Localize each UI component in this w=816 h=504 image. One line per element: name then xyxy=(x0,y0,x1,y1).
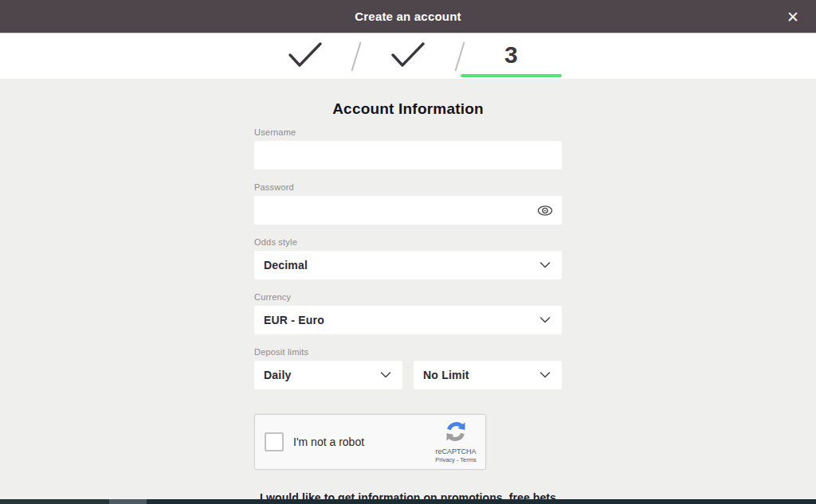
scrollbar-track-segment xyxy=(0,499,109,504)
recaptcha-logo-icon xyxy=(445,420,467,446)
recaptcha-label: I'm not a robot xyxy=(293,436,431,448)
password-visibility-eye-icon[interactable] xyxy=(536,201,554,219)
password-label: Password xyxy=(254,182,562,192)
stepper: 3 xyxy=(254,33,562,79)
deposit-period-select[interactable]: Daily xyxy=(254,361,402,389)
chevron-down-icon xyxy=(539,372,551,379)
deposit-limits-label: Deposit limits xyxy=(254,347,562,357)
form-heading: Account Information xyxy=(254,100,562,118)
odds-style-field-group: Odds style Decimal xyxy=(254,237,562,279)
recaptcha-privacy-terms-links[interactable]: Privacy - Terms xyxy=(435,456,477,463)
deposit-limits-field-group: Deposit limits Daily No Limit xyxy=(254,347,562,389)
currency-label: Currency xyxy=(254,292,562,302)
username-field-group: Username xyxy=(254,127,562,170)
chevron-down-icon xyxy=(380,372,391,379)
recaptcha-widget: I'm not a robot reCAPTCHA Privacy - Term… xyxy=(254,414,486,470)
password-input[interactable] xyxy=(254,196,562,225)
modal-title: Create an account xyxy=(355,10,461,23)
username-input[interactable] xyxy=(254,141,562,170)
odds-style-value: Decimal xyxy=(264,259,308,272)
step-2-completed[interactable] xyxy=(357,33,458,79)
step-3-number: 3 xyxy=(504,41,518,72)
step-check-icon xyxy=(390,41,426,72)
currency-value: EUR - Euro xyxy=(264,314,324,326)
step-1-completed[interactable] xyxy=(254,33,355,79)
deposit-amount-select[interactable]: No Limit xyxy=(414,361,562,389)
step-check-icon xyxy=(287,41,324,72)
deposit-amount-value: No Limit xyxy=(423,369,469,381)
deposit-period-value: Daily xyxy=(264,369,291,381)
username-label: Username xyxy=(254,127,562,137)
modal-header: Create an account ✕ xyxy=(0,0,816,33)
password-field-group: Password xyxy=(254,182,562,225)
recaptcha-checkbox[interactable] xyxy=(265,432,284,451)
chevron-down-icon xyxy=(539,262,551,269)
recaptcha-brand-name: reCAPTCHA xyxy=(435,447,476,455)
close-icon[interactable]: ✕ xyxy=(779,0,806,33)
chevron-down-icon xyxy=(539,317,551,324)
currency-select[interactable]: EUR - Euro xyxy=(254,306,562,334)
currency-field-group: Currency EUR - Euro xyxy=(254,292,562,334)
odds-style-select[interactable]: Decimal xyxy=(254,251,562,279)
stepper-bar: 3 xyxy=(0,33,816,79)
account-information-form: Account Information Username Password Od… xyxy=(254,100,562,504)
active-step-underline xyxy=(461,74,562,77)
scrollbar-thumb[interactable] xyxy=(109,499,147,504)
horizontal-scrollbar xyxy=(0,499,816,504)
recaptcha-brand-block: reCAPTCHA Privacy - Terms xyxy=(431,420,481,463)
odds-style-label: Odds style xyxy=(254,237,562,247)
step-3-active[interactable]: 3 xyxy=(461,33,562,79)
